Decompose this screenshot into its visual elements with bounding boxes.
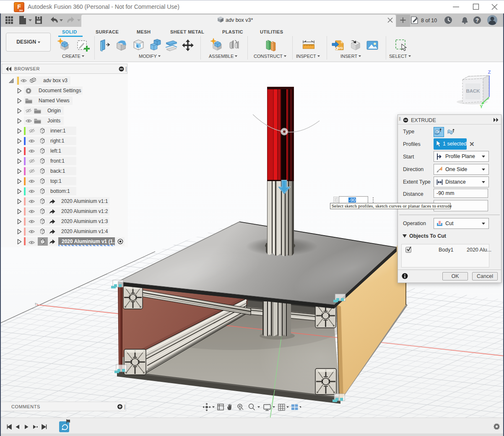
svg-text:Y: Y — [480, 104, 483, 109]
svg-text:?: ? — [475, 17, 479, 23]
svg-text:BACK: BACK — [466, 88, 480, 93]
svg-text:8 of 10: 8 of 10 — [421, 18, 437, 23]
svg-text:Z: Z — [488, 70, 491, 75]
svg-text:360: 360 — [19, 9, 23, 12]
